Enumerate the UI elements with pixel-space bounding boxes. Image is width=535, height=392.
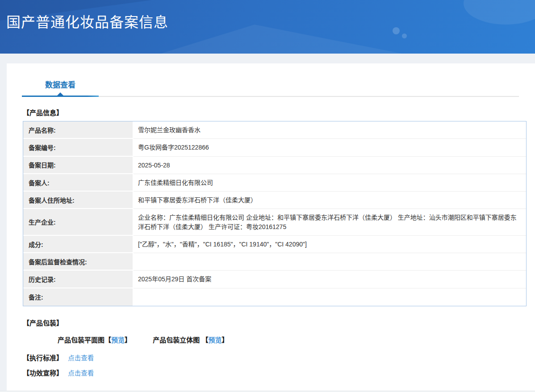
efficacy-section: 【功效宣称】 点击查看 bbox=[23, 368, 518, 377]
row-label: 备案人: bbox=[23, 174, 134, 192]
tab-active-pointer bbox=[57, 92, 63, 96]
tab-bar: 数据查看 bbox=[23, 79, 518, 97]
packaging-flat-preview-link[interactable]: 预览 bbox=[111, 336, 125, 344]
table-row: 备案编号: 粤G妆网备字2025122866 bbox=[23, 139, 526, 156]
page-title: 国产普通化妆品备案信息 bbox=[6, 11, 168, 31]
table-row: 产品名称: 雪尔妮兰金玫幽香香水 bbox=[23, 121, 526, 139]
packaging-stereo-label: 产品包装立体图 bbox=[153, 336, 201, 344]
row-label: 备注: bbox=[23, 288, 134, 306]
bracket-close: 】 bbox=[222, 336, 228, 344]
bracket-open: 【 bbox=[201, 336, 208, 344]
row-label: 备案后监督检查情况: bbox=[23, 253, 134, 271]
tab-data-view[interactable]: 数据查看 bbox=[22, 79, 99, 97]
banner-band-shape bbox=[134, 25, 402, 54]
row-value: ["乙醇"，"水"，"香精"，"CI 16185"，"CI 19140"，"CI… bbox=[134, 236, 526, 253]
row-value bbox=[134, 253, 526, 271]
efficacy-view-link[interactable]: 点击查看 bbox=[68, 370, 94, 377]
row-label: 产品名称: bbox=[23, 121, 134, 139]
row-label: 备案人住所地址: bbox=[23, 192, 134, 209]
row-label: 生产企业: bbox=[23, 209, 134, 236]
standards-view-link[interactable]: 点击查看 bbox=[68, 354, 94, 362]
row-value: 2025-05-28 bbox=[134, 157, 526, 174]
packaging-previews: 产品包装平面图【预览】 产品包装立体图 【预览】 bbox=[23, 335, 518, 344]
row-value: 粤G妆网备字2025122866 bbox=[134, 139, 526, 156]
product-info-section-title: 【产品信息】 bbox=[23, 108, 518, 117]
table-row: 备案后监督检查情况: bbox=[23, 253, 526, 271]
row-value: 广东佳柔精细日化有限公司 bbox=[134, 174, 526, 192]
table-row: 备案人: 广东佳柔精细日化有限公司 bbox=[23, 174, 526, 192]
bracket-close: 】 bbox=[125, 336, 131, 344]
row-value: 2025年05月29日 首次备案 bbox=[134, 271, 526, 288]
content-card: 数据查看 【产品信息】 产品名称: 雪尔妮兰金玫幽香香水 备案编号: 粤G妆网备… bbox=[7, 63, 535, 391]
row-value: 和平镇下寨居委东洋石桥下洋（佳柔大厦） bbox=[134, 192, 526, 209]
table-row: 生产企业: 企业名称：广东佳柔精细日化有限公司 企业地址：和平镇下寨居委东洋石桥… bbox=[23, 209, 526, 236]
packaging-stereo-group: 产品包装立体图 【预览】 bbox=[153, 335, 228, 344]
row-label: 备案日期: bbox=[23, 157, 134, 174]
row-value bbox=[134, 288, 526, 306]
banner-dot-decoration bbox=[393, 27, 400, 34]
packaging-stereo-preview-link[interactable]: 预览 bbox=[208, 336, 222, 344]
table-row: 备注: bbox=[23, 288, 526, 306]
standards-section-title: 【执行标准】 bbox=[23, 354, 63, 362]
row-value: 雪尔妮兰金玫幽香香水 bbox=[134, 121, 526, 139]
tab-active-underline bbox=[22, 96, 99, 97]
product-info-table: 产品名称: 雪尔妮兰金玫幽香香水 备案编号: 粤G妆网备字2025122866 … bbox=[23, 121, 527, 306]
row-value: 企业名称：广东佳柔精细日化有限公司 企业地址：和平镇下寨居委东洋石桥下洋（佳柔大… bbox=[134, 209, 526, 236]
banner-blob-shape bbox=[464, 0, 535, 25]
row-label: 备案编号: bbox=[23, 139, 134, 156]
table-row: 历史记录: 2025年05月29日 首次备案 bbox=[23, 271, 526, 288]
packaging-flat-label: 产品包装平面图 bbox=[58, 336, 104, 344]
bracket-open: 【 bbox=[104, 336, 111, 344]
banner-dot-decoration bbox=[402, 33, 407, 38]
table-row: 成分: ["乙醇"，"水"，"香精"，"CI 16185"，"CI 19140"… bbox=[23, 236, 526, 253]
row-label: 成分: bbox=[23, 236, 134, 253]
efficacy-section-title: 【功效宣称】 bbox=[23, 369, 63, 377]
packaging-section-title: 【产品包装】 bbox=[23, 318, 518, 327]
row-label: 历史记录: bbox=[23, 271, 134, 288]
page-header: 国产普通化妆品备案信息 bbox=[0, 0, 535, 54]
standards-section: 【执行标准】 点击查看 bbox=[23, 353, 518, 362]
tab-data-view-label: 数据查看 bbox=[45, 81, 75, 89]
table-row: 备案日期: 2025-05-28 bbox=[23, 157, 526, 174]
table-row: 备案人住所地址: 和平镇下寨居委东洋石桥下洋（佳柔大厦） bbox=[23, 192, 526, 209]
packaging-flat-group: 产品包装平面图【预览】 bbox=[58, 335, 131, 344]
